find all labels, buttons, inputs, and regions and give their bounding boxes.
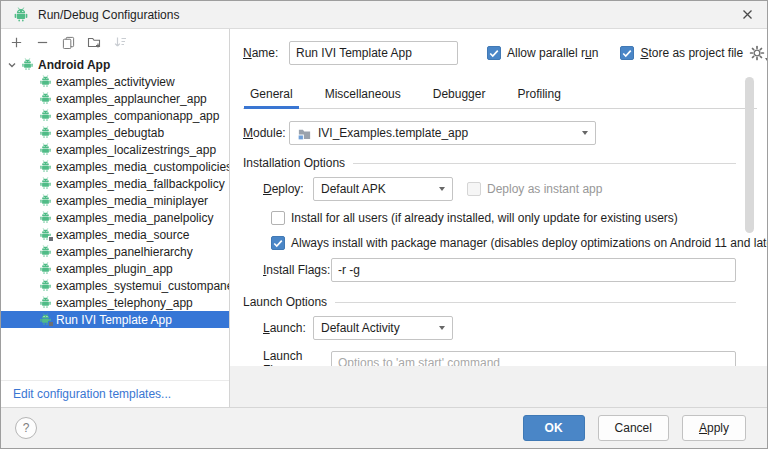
launch-dropdown[interactable]: Default Activity [313,316,453,340]
install-for-all-users-checkbox[interactable]: Install for all users (if already instal… [271,211,678,225]
gear-icon[interactable] [749,45,765,61]
launch-options-section: Launch Options [243,294,736,310]
tree-item[interactable]: examples_applauncher_app [1,90,229,107]
allow-parallel-run-checkbox[interactable]: Allow parallel run [487,46,598,60]
chevron-down-icon[interactable] [7,60,17,70]
section-divider [353,163,736,164]
move-to-folder-icon[interactable] [87,35,101,49]
deploy-as-instant-app-checkbox: Deploy as instant app [467,182,602,196]
configuration-tree: Android App examples_activityview exampl… [1,55,229,380]
add-configuration-icon[interactable] [9,35,23,49]
help-button[interactable]: ? [15,417,37,439]
run-debug-configurations-dialog: Run/Debug Configurations [0,0,768,449]
sidebar-toolbar [1,29,229,55]
android-icon [39,262,52,275]
tree-item[interactable]: examples_panelhierarchy [1,243,229,260]
checkbox-checked-icon[interactable] [487,46,501,60]
chevron-down-icon [765,58,767,61]
dropdown-arrow-icon [439,187,445,191]
apply-button[interactable]: Apply [682,415,746,441]
tab-miscellaneous[interactable]: Miscellaneous [319,87,407,108]
tab-debugger[interactable]: Debugger [427,87,492,108]
installation-options-section: Installation Options [243,155,736,171]
close-icon[interactable] [739,7,755,23]
android-icon [39,211,52,224]
tree-item[interactable]: examples_telephony_app [1,294,229,311]
deploy-label: Deploy: [263,182,313,196]
config-badge [48,236,54,242]
dialog-title: Run/Debug Configurations [38,8,179,22]
tree-item[interactable]: examples_media_fallbackpolicy [1,175,229,192]
android-icon [39,92,52,105]
name-label: Name: [243,46,289,60]
form-tabs: General Miscellaneous Debugger Profiling [243,87,757,109]
tree-item[interactable]: examples_debugtab [1,124,229,141]
tree-root-android-app[interactable]: Android App [1,56,229,73]
android-app-icon [13,7,29,23]
configuration-form-panel: Name: Allow parallel run Store as projec… [230,29,767,366]
module-label: Module: [243,126,289,140]
tree-item[interactable]: examples_plugin_app [1,260,229,277]
tree-item[interactable]: examples_systemui_custompaneltype [1,277,229,294]
install-flags-input[interactable] [331,258,736,282]
tree-item[interactable]: examples_media_panelpolicy [1,209,229,226]
android-icon [39,109,52,122]
dialog-button-bar: ? OK Cancel Apply [1,407,767,448]
config-badge [48,321,54,327]
android-icon [39,245,52,258]
deploy-dropdown[interactable]: Default APK [313,177,453,201]
tree-item[interactable]: examples_companionapp_app [1,107,229,124]
checkbox-unchecked-icon[interactable] [271,211,285,225]
tree-item[interactable]: examples_activityview [1,73,229,90]
android-icon [39,126,52,139]
tree-root-label: Android App [38,58,110,72]
tree-item[interactable]: examples_media_custompolicies [1,158,229,175]
launch-label: Launch: [263,321,313,335]
dropdown-arrow-icon [582,131,588,135]
copy-configuration-icon[interactable] [61,35,75,49]
launch-flags-label: Launch Flags: [263,349,331,366]
tab-profiling[interactable]: Profiling [511,87,566,108]
edit-templates-row: Edit configuration templates... [1,380,229,407]
scrollbar-thumb[interactable] [745,77,754,233]
edit-configuration-templates-link[interactable]: Edit configuration templates... [13,387,171,401]
android-icon [39,160,52,173]
configurations-sidebar: Android App examples_activityview exampl… [1,29,230,407]
tree-item-selected[interactable]: Run IVI Template App [1,311,229,328]
module-dropdown[interactable]: IVI_Examples.template_app [289,121,596,145]
android-icon [21,58,34,71]
sort-configurations-icon [113,35,127,49]
android-icon [39,177,52,190]
install-flags-label: Install Flags: [263,263,331,277]
android-icon [39,194,52,207]
checkbox-checked-icon[interactable] [271,236,285,250]
name-input[interactable] [289,41,458,65]
android-icon [39,143,52,156]
ok-button[interactable]: OK [523,415,585,441]
android-icon [39,279,52,292]
android-icon [39,296,52,309]
launch-flags-input[interactable] [331,351,736,366]
tab-general[interactable]: General [244,87,299,108]
checkbox-disabled-icon [467,182,481,196]
title-bar: Run/Debug Configurations [1,1,767,29]
section-divider [335,302,736,303]
tree-item[interactable]: examples_media_source [1,226,229,243]
dropdown-arrow-icon [439,326,445,330]
remove-configuration-icon[interactable] [35,35,49,49]
cancel-button[interactable]: Cancel [598,415,669,441]
module-icon [297,126,312,141]
android-icon [39,75,52,88]
always-install-with-package-manager-checkbox[interactable]: Always install with package manager (dis… [271,236,767,250]
tree-item[interactable]: examples_media_miniplayer [1,192,229,209]
tree-item[interactable]: examples_localizestrings_app [1,141,229,158]
checkbox-checked-icon[interactable] [620,46,634,60]
store-as-project-file-checkbox[interactable]: Store as project file [620,46,743,60]
